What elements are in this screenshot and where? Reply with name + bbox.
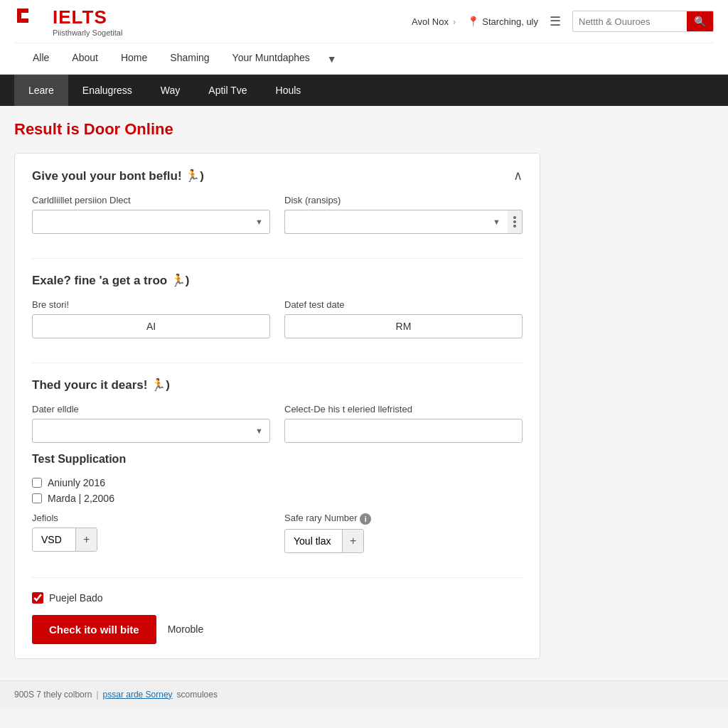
jefiols-plus-button[interactable]: + bbox=[75, 528, 97, 551]
checkbox-2[interactable] bbox=[32, 493, 42, 503]
logo-ielts-label: IELTS bbox=[53, 6, 122, 28]
section-2-title: Exale? fine 'a get a troo 🏃) bbox=[32, 273, 190, 288]
jefiols-input-wrap: + bbox=[32, 528, 97, 552]
cardholder-select[interactable] bbox=[32, 210, 270, 234]
safe-rary-label: Safe rary Number i bbox=[284, 513, 523, 525]
datef-label: Datef test date bbox=[284, 299, 523, 310]
section-1: Give youl your bont beflu! 🏃) ∧ Carldlii… bbox=[32, 168, 523, 259]
section-1-collapse-button[interactable]: ∧ bbox=[513, 168, 523, 183]
logo-text: IELTS Piisthwarly Sogetital bbox=[53, 6, 122, 37]
bre-group: Bre stori! bbox=[32, 299, 270, 338]
logo-icon bbox=[14, 6, 46, 37]
bre-input[interactable] bbox=[32, 314, 270, 338]
section-2-fields: Bre stori! Datef test date bbox=[32, 299, 523, 338]
agreement-label: Puejel Bado bbox=[49, 592, 103, 604]
section-1-title: Give youl your bont beflu! 🏃) bbox=[32, 168, 204, 183]
agreement-row: Puejel Bado bbox=[32, 592, 523, 604]
dot-3 bbox=[513, 225, 516, 228]
section-3-header: Thed yourc it dears! 🏃) bbox=[32, 378, 523, 392]
checkbox-1-text: Aniunly 2016 bbox=[48, 477, 105, 488]
secondary-nav-way[interactable]: Way bbox=[146, 75, 194, 106]
nav-item-shaming[interactable]: Shaming bbox=[159, 43, 220, 74]
section-3-bottom-fields: Jefiols + Safe rary Number i + bbox=[32, 513, 523, 553]
secondary-action-button[interactable]: Moroble bbox=[168, 623, 204, 635]
disk-label: Disk (ransips) bbox=[284, 195, 523, 205]
jefiols-label: Jefiols bbox=[32, 513, 270, 523]
nav-item-about[interactable]: About bbox=[60, 43, 109, 74]
section-1-header: Give youl your bont beflu! 🏃) ∧ bbox=[32, 168, 523, 183]
secondary-nav-leare[interactable]: Leare bbox=[14, 75, 68, 106]
section-3-title: Thed yourc it dears! 🏃) bbox=[32, 378, 170, 392]
disk-group: Disk (ransips) bbox=[284, 195, 523, 234]
safe-rary-group: Safe rary Number i + bbox=[284, 513, 523, 553]
footer-text: 900S 7 thely colborn bbox=[14, 690, 92, 700]
hamburger-icon[interactable]: ☰ bbox=[550, 14, 561, 29]
secondary-nav: Leare Enalugress Way Aptil Tve Houls bbox=[0, 75, 728, 106]
checkbox-1[interactable] bbox=[32, 478, 42, 488]
search-box: 🔍 bbox=[572, 11, 714, 32]
footer-link[interactable]: pssar arde Sorney bbox=[103, 690, 173, 700]
search-button[interactable]: 🔍 bbox=[687, 11, 713, 31]
nav-item-muntdaphes[interactable]: Your Muntdaphes bbox=[221, 43, 321, 74]
disk-extra-button[interactable] bbox=[508, 210, 523, 234]
cardholder-label: Carldliillet persiion Dlect bbox=[32, 195, 270, 205]
dater-select-wrapper bbox=[32, 419, 270, 443]
primary-nav: Alle About Home Shaming Your Muntdaphes … bbox=[14, 43, 714, 74]
agreement-checkbox[interactable] bbox=[32, 592, 43, 604]
cardholder-group: Carldliillet persiion Dlect bbox=[32, 195, 270, 234]
checkbox-2-text: Marda | 2,2006 bbox=[48, 493, 114, 504]
section-3-top-fields: Dater elldle Celect-De his t eleried lle… bbox=[32, 404, 523, 443]
jefiols-group: Jefiols + bbox=[32, 513, 270, 553]
safe-rary-label-text: Safe rary Number bbox=[284, 513, 358, 523]
nav-item-alle[interactable]: Alle bbox=[21, 43, 60, 74]
datef-group: Datef test date bbox=[284, 299, 523, 338]
disk-select-with-btn bbox=[284, 210, 523, 234]
dot-2 bbox=[513, 220, 516, 223]
section-3: Thed yourc it dears! 🏃) Dater elldle Cel… bbox=[32, 378, 523, 578]
footer-after-text: scomuloes bbox=[177, 690, 218, 700]
footer-separator: | bbox=[96, 690, 98, 700]
logo-sub-label: Piisthwarly Sogetital bbox=[53, 28, 122, 37]
safe-rary-input[interactable] bbox=[285, 530, 342, 552]
breadcrumb: Avol Nox › bbox=[412, 16, 456, 27]
nav-item-home[interactable]: Home bbox=[109, 43, 159, 74]
test-supplication-title: Test Supplication bbox=[32, 453, 523, 466]
svg-rect-3 bbox=[17, 18, 28, 23]
section-2: Exale? fine 'a get a troo 🏃) Bre stori! … bbox=[32, 273, 523, 363]
celect-input[interactable] bbox=[284, 419, 523, 443]
safe-rary-plus-button[interactable]: + bbox=[342, 530, 363, 552]
page-content: Result is Door Online Give youl your bon… bbox=[0, 106, 555, 680]
dater-select[interactable] bbox=[32, 419, 270, 443]
dot-1 bbox=[513, 216, 516, 219]
action-row: Check ito will bite Moroble bbox=[32, 615, 523, 644]
bre-label: Bre stori! bbox=[32, 299, 270, 310]
disk-select-wrapper bbox=[284, 210, 508, 234]
secondary-nav-houls[interactable]: Houls bbox=[262, 75, 316, 106]
secondary-nav-aptil-tve[interactable]: Aptil Tve bbox=[194, 75, 261, 106]
breadcrumb-item: Avol Nox bbox=[412, 16, 449, 27]
cardholder-select-wrapper bbox=[32, 210, 270, 234]
checkbox-1-label[interactable]: Aniunly 2016 bbox=[32, 477, 523, 488]
location-icon: 📍 bbox=[467, 16, 479, 27]
test-supplication-group: Test Supplication Aniunly 2016 Marda | 2… bbox=[32, 453, 523, 504]
secondary-nav-enalugress[interactable]: Enalugress bbox=[68, 75, 146, 106]
jefiols-input[interactable] bbox=[33, 529, 75, 550]
info-icon[interactable]: i bbox=[360, 513, 371, 525]
location-area[interactable]: 📍 Starching, uly bbox=[467, 16, 538, 27]
disk-select[interactable] bbox=[284, 210, 508, 234]
logo: IELTS Piisthwarly Sogetital bbox=[14, 6, 122, 37]
datef-input[interactable] bbox=[284, 314, 523, 338]
dater-label: Dater elldle bbox=[32, 404, 270, 414]
celect-label: Celect-De his t eleried llefristed bbox=[284, 404, 523, 414]
search-input[interactable] bbox=[573, 13, 687, 31]
section-2-header: Exale? fine 'a get a troo 🏃) bbox=[32, 273, 523, 288]
footer: 900S 7 thely colborn | pssar arde Sorney… bbox=[0, 680, 728, 708]
primary-action-button[interactable]: Check ito will bite bbox=[32, 615, 156, 644]
section-1-fields: Carldliillet persiion Dlect Disk (ransip… bbox=[32, 195, 523, 234]
checkbox-2-label[interactable]: Marda | 2,2006 bbox=[32, 493, 523, 504]
header-right: Avol Nox › 📍 Starching, uly ☰ 🔍 bbox=[412, 11, 714, 32]
page-title: Result is Door Online bbox=[14, 120, 540, 139]
breadcrumb-separator: › bbox=[453, 16, 456, 27]
nav-dropdown-icon[interactable]: ▼ bbox=[321, 45, 343, 73]
dater-group: Dater elldle bbox=[32, 404, 270, 443]
